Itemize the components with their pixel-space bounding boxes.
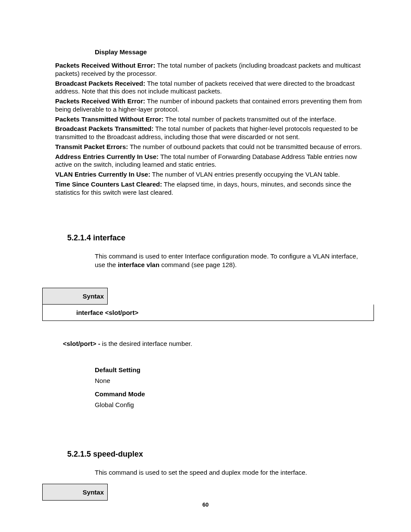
definition-desc: The total number of packets transmitted … (164, 115, 336, 123)
section-title: interface (93, 233, 125, 242)
section-number: 5.2.1.4 (67, 233, 93, 242)
section-desc-interface: This command is used to enter Interface … (95, 252, 370, 269)
definition-item: Transmit Packet Errors: The number of ou… (55, 143, 370, 151)
section-heading-speed-duplex: 5.2.1.5 speed-duplex (67, 450, 370, 459)
definition-item: Packets Received With Error: The number … (55, 97, 370, 114)
desc-text: command (see page 128). (159, 261, 237, 268)
section-number: 5.2.1.5 (67, 450, 93, 458)
syntax-box: Syntax (55, 484, 370, 501)
section-title: speed-duplex (93, 450, 143, 458)
definitions-block: Packets Received Without Error: The tota… (55, 62, 370, 196)
detail-block: Default Setting None Command Mode Global… (95, 366, 370, 408)
definition-item: Packets Received Without Error: The tota… (55, 62, 370, 78)
definition-term: Broadcast Packets Transmitted: (55, 125, 153, 132)
definition-term: Packets Received With Error: (55, 97, 145, 105)
definition-term: Address Entries Currently In Use: (55, 153, 159, 160)
param-note: <slot/port> - is the desired interface n… (63, 340, 370, 347)
definition-term: Packets Received Without Error: (55, 62, 155, 69)
param-term: <slot/port> - (63, 340, 102, 347)
definition-desc: The number of outbound packets that coul… (128, 143, 362, 150)
definition-term: Broadcast Packets Received: (55, 80, 145, 87)
command-mode-label: Command Mode (95, 390, 370, 398)
syntax-command: interface <slot/port> (42, 305, 374, 321)
definition-item: Time Since Counters Last Cleared: The el… (55, 180, 370, 197)
syntax-box: Syntax interface <slot/port> (55, 288, 370, 321)
definition-item: VLAN Entries Currently In Use: The numbe… (55, 171, 370, 179)
syntax-label: Syntax (42, 288, 108, 305)
definition-item: Packets Transmitted Without Error: The t… (55, 115, 370, 124)
param-desc: is the desired interface number. (102, 340, 192, 347)
definition-item: Broadcast Packets Received: The total nu… (55, 80, 370, 96)
definition-item: Broadcast Packets Transmitted: The total… (55, 125, 370, 141)
display-message-heading: Display Message (95, 48, 370, 56)
command-mode-value: Global Config (95, 401, 370, 408)
definition-term: Packets Transmitted Without Error: (55, 115, 164, 123)
section-heading-interface: 5.2.1.4 interface (67, 233, 370, 243)
desc-bold: interface vlan (118, 261, 159, 268)
default-setting-value: None (95, 377, 370, 384)
definition-desc: The number of VLAN entries presently occ… (150, 171, 340, 178)
default-setting-label: Default Setting (95, 366, 370, 373)
section-desc-speed-duplex: This command is used to set the speed an… (95, 468, 370, 477)
page-number: 60 (0, 501, 411, 508)
syntax-label: Syntax (42, 484, 108, 501)
definition-term: Transmit Packet Errors: (55, 143, 128, 150)
definition-term: VLAN Entries Currently In Use: (55, 171, 150, 178)
definition-item: Address Entries Currently In Use: The to… (55, 153, 370, 169)
document-page: Display Message Packets Received Without… (0, 0, 411, 532)
definition-term: Time Since Counters Last Cleared: (55, 180, 162, 188)
